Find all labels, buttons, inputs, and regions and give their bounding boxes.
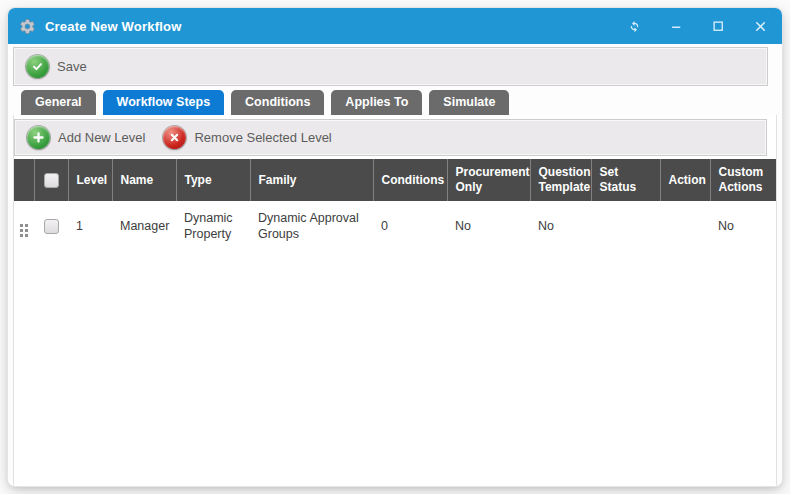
row-drag-cell — [14, 201, 34, 251]
maximize-icon[interactable] — [711, 19, 726, 34]
dialog-content: Save General Workflow Steps Conditions A… — [8, 44, 782, 486]
titlebar: Create New Workflow — [8, 8, 782, 44]
select-all-checkbox[interactable] — [44, 173, 59, 188]
cell-question-template: No — [530, 201, 591, 251]
tab-general[interactable]: General — [21, 90, 96, 115]
cell-name: Manager — [112, 201, 176, 251]
add-new-level-button[interactable]: Add New Level — [19, 123, 153, 152]
window-title: Create New Workflow — [45, 19, 181, 34]
column-header-set-status[interactable]: Set Status — [591, 159, 660, 201]
cell-conditions: 0 — [373, 201, 447, 251]
column-header-level[interactable]: Level — [68, 159, 112, 201]
gear-icon — [19, 18, 36, 35]
column-header-question-template[interactable]: Question Template — [530, 159, 591, 201]
cell-custom-actions: No — [710, 201, 776, 251]
add-new-level-label: Add New Level — [58, 130, 145, 145]
row-select-cell — [34, 201, 68, 251]
tab-strip: General Workflow Steps Conditions Applie… — [21, 90, 777, 115]
table-header-row: Level Name Type Family Conditions Procur… — [14, 159, 776, 201]
workflow-steps-table: Level Name Type Family Conditions Procur… — [14, 159, 776, 251]
column-header-name[interactable]: Name — [112, 159, 176, 201]
minimize-icon[interactable] — [669, 19, 684, 34]
refresh-icon[interactable] — [627, 19, 642, 34]
drag-grip-icon[interactable] — [20, 224, 28, 237]
workflow-steps-panel: Add New Level Remove Selected Level — [13, 115, 777, 486]
cell-family: Dynamic Approval Groups — [250, 201, 373, 251]
save-button[interactable]: Save — [18, 52, 95, 81]
tab-workflow-steps[interactable]: Workflow Steps — [103, 90, 225, 115]
remove-selected-level-button[interactable]: Remove Selected Level — [155, 123, 339, 152]
tab-applies-to[interactable]: Applies To — [331, 90, 422, 115]
cell-procurement-only: No — [447, 201, 530, 251]
column-header-custom-actions[interactable]: Custom Actions — [710, 159, 776, 201]
add-plus-icon — [27, 126, 50, 149]
tab-simulate[interactable]: Simulate — [429, 90, 509, 115]
cell-level: 1 — [68, 201, 112, 251]
create-new-workflow-dialog: Create New Workflow Save — [8, 8, 782, 486]
column-header-drag — [14, 159, 34, 201]
tab-conditions[interactable]: Conditions — [231, 90, 324, 115]
window-controls — [627, 19, 768, 34]
column-header-conditions[interactable]: Conditions — [373, 159, 447, 201]
save-check-icon — [26, 55, 49, 78]
column-header-select — [34, 159, 68, 201]
row-checkbox[interactable] — [44, 219, 59, 234]
table-row[interactable]: 1 Manager Dynamic Property Dynamic Appro… — [14, 201, 776, 251]
cell-type: Dynamic Property — [176, 201, 250, 251]
column-header-action[interactable]: Action — [660, 159, 710, 201]
cell-action — [660, 201, 710, 251]
level-toolbar: Add New Level Remove Selected Level — [14, 119, 767, 156]
close-icon[interactable] — [753, 19, 768, 34]
save-label: Save — [57, 59, 87, 74]
column-header-family[interactable]: Family — [250, 159, 373, 201]
column-header-type[interactable]: Type — [176, 159, 250, 201]
column-header-procurement-only[interactable]: Procurement Only — [447, 159, 530, 201]
remove-x-icon — [163, 126, 186, 149]
remove-selected-level-label: Remove Selected Level — [194, 130, 331, 145]
cell-set-status — [591, 201, 660, 251]
save-toolbar: Save — [13, 47, 768, 86]
